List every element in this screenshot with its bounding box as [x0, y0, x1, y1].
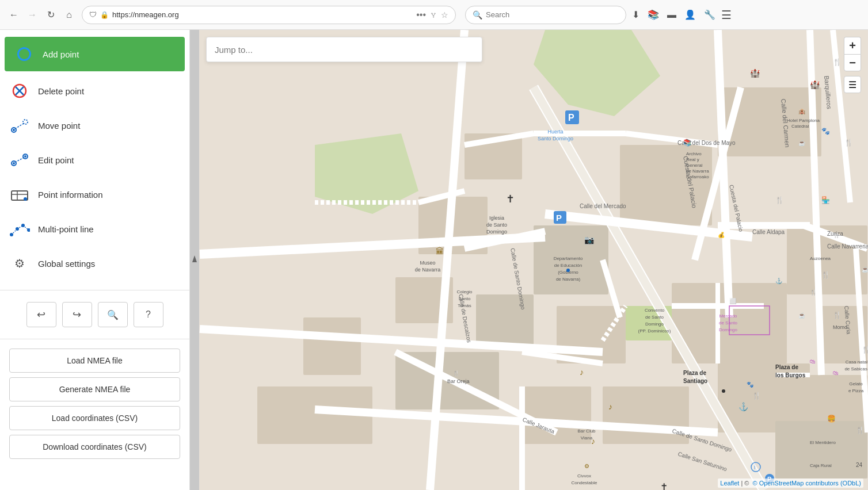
osm-link[interactable]: © OpenStreetMap contributors — [753, 480, 839, 487]
zoom-out-button[interactable]: − — [844, 54, 861, 71]
back-button[interactable]: ← — [6, 7, 22, 23]
edit-point-icon — [9, 152, 30, 168]
svg-text:☕: ☕ — [798, 312, 806, 319]
svg-text:de Educación: de Educación — [554, 263, 582, 268]
svg-rect-45 — [775, 421, 867, 478]
edit-point-label: Edit point — [38, 155, 74, 165]
pocket-icon[interactable]: 🜉 — [429, 10, 437, 20]
library-icon[interactable]: 📚 — [648, 9, 659, 20]
svg-text:Santiago: Santiago — [683, 378, 707, 384]
map-layers-button[interactable]: ☰ — [844, 76, 861, 93]
home-button[interactable]: ⌂ — [61, 7, 77, 23]
global-settings-label: Global settings — [38, 259, 95, 269]
svg-text:e Pizza: e Pizza — [848, 388, 864, 393]
search-bar[interactable]: 🔍 — [465, 6, 626, 24]
forward-button[interactable]: → — [24, 7, 40, 23]
svg-text:Auzoenea: Auzoenea — [810, 256, 831, 261]
search-route-button[interactable]: 🔍 — [98, 302, 128, 327]
svg-point-15 — [24, 197, 27, 201]
svg-text:Civvox: Civvox — [577, 473, 591, 478]
svg-text:🏪: 🏪 — [821, 196, 830, 204]
svg-text:Catedral: Catedral — [791, 124, 809, 129]
app-container: Add point Delete point — [0, 30, 868, 490]
point-info-icon-container — [9, 184, 30, 205]
svg-text:de Navarra: de Navarra — [415, 267, 441, 273]
sidebar-item-point-information[interactable]: Point information — [0, 177, 189, 212]
sidebar-item-global-settings[interactable]: ⚙ Global settings — [0, 246, 189, 281]
reload-button[interactable]: ↻ — [43, 7, 59, 23]
zoom-in-button[interactable]: + — [844, 37, 861, 54]
undo-button[interactable]: ↩ — [26, 302, 56, 327]
svg-text:Condestable: Condestable — [572, 480, 597, 485]
svg-text:Casa natal: Casa natal — [846, 359, 867, 365]
leaflet-attribution[interactable]: Leaflet — [720, 480, 741, 487]
download-icon[interactable]: ⬇ — [632, 9, 639, 20]
redo-button[interactable]: ↪ — [62, 302, 92, 327]
map-zoom-controls: + − — [844, 37, 861, 71]
svg-text:24: 24 — [856, 462, 863, 468]
svg-text:Calle Aldapa: Calle Aldapa — [752, 229, 785, 235]
reading-view-icon[interactable]: ▬ — [667, 10, 676, 20]
svg-text:Calle Navarreria: Calle Navarreria — [827, 243, 868, 250]
svg-text:Departamento: Departamento — [554, 256, 583, 261]
add-point-label: Add point — [43, 49, 79, 59]
menu-icon[interactable]: ☰ — [721, 8, 732, 22]
scroll-strip-left[interactable] — [190, 30, 199, 490]
svg-text:🍴: 🍴 — [752, 391, 761, 400]
help-button[interactable]: ? — [134, 302, 163, 327]
svg-text:⬜: ⬜ — [729, 297, 737, 305]
svg-point-6 — [13, 129, 15, 131]
sidebar-actions: Load NMEA file Generate NMEA file Load c… — [0, 344, 189, 464]
sidebar-item-move-point[interactable]: Move point — [0, 108, 189, 143]
svg-text:Plaza de: Plaza de — [775, 364, 798, 370]
profile-icon[interactable]: 👤 — [684, 9, 696, 20]
bookmark-icon[interactable]: ☆ — [441, 10, 448, 20]
svg-text:📚: 📚 — [683, 138, 692, 147]
svg-text:Caja Rural: Caja Rural — [810, 463, 832, 468]
leaflet-link[interactable]: Leaflet — [720, 480, 739, 487]
svg-text:Tomás: Tomás — [458, 303, 471, 308]
svg-text:Iglesia: Iglesia — [489, 215, 504, 221]
move-point-icon-container — [9, 115, 30, 136]
sidebar-item-multipoint-line[interactable]: Multi-point line — [0, 212, 189, 246]
odbl-attribution[interactable]: (ODbL) — [840, 480, 861, 487]
svg-text:✝: ✝ — [660, 482, 668, 490]
extensions-icon[interactable]: 🔧 — [704, 9, 715, 20]
address-bar[interactable]: 🛡 🔒 https://nmeagen.org ••• 🜉 ☆ — [82, 6, 456, 24]
download-csv-button[interactable]: Download coordinates (CSV) — [9, 435, 180, 459]
svg-text:🍔: 🍔 — [827, 414, 836, 423]
load-csv-button[interactable]: Load coordinates (CSV) — [9, 406, 180, 430]
generate-nmea-button[interactable]: Generate NMEA file — [9, 377, 180, 401]
svg-text:🍴: 🍴 — [862, 345, 868, 354]
sidebar-item-edit-point[interactable]: Edit point — [0, 143, 189, 177]
scroll-arrow-up — [192, 254, 197, 266]
svg-text:Convento: Convento — [645, 308, 665, 313]
jump-to-bar[interactable] — [206, 37, 482, 62]
svg-text:💰: 💰 — [718, 231, 725, 239]
svg-text:🛍: 🛍 — [810, 358, 816, 365]
svg-text:♪: ♪ — [608, 402, 612, 411]
jump-to-input[interactable] — [215, 45, 474, 55]
load-nmea-button[interactable]: Load NMEA file — [9, 349, 180, 373]
more-options-icon[interactable]: ••• — [416, 10, 426, 20]
svg-point-11 — [24, 155, 26, 158]
svg-text:de Santo: de Santo — [719, 320, 738, 326]
browser-chrome: ← → ↻ ⌂ 🛡 🔒 https://nmeagen.org ••• 🜉 ☆ … — [0, 0, 868, 30]
svg-line-9 — [15, 158, 24, 162]
sidebar-item-delete-point[interactable]: Delete point — [0, 74, 189, 108]
svg-rect-43 — [303, 317, 361, 375]
svg-text:🏨: 🏨 — [798, 108, 806, 115]
sidebar-controls: ↩ ↪ 🔍 ? — [0, 295, 189, 334]
undo-icon: ↩ — [37, 308, 45, 321]
odbl-link[interactable]: (ODbL) — [840, 480, 861, 487]
add-point-icon-container — [14, 44, 35, 64]
svg-text:♪: ♪ — [591, 437, 595, 446]
svg-text:los Burgos: los Burgos — [775, 372, 806, 378]
osm-attribution: | © — [741, 480, 751, 487]
add-point-icon — [17, 47, 31, 61]
svg-line-21 — [17, 225, 23, 229]
map-container[interactable]: + − ☰ — [199, 30, 868, 490]
svg-text:🍴: 🍴 — [775, 196, 784, 204]
sidebar-item-add-point[interactable]: Add point — [5, 37, 185, 71]
search-input[interactable] — [486, 10, 619, 19]
